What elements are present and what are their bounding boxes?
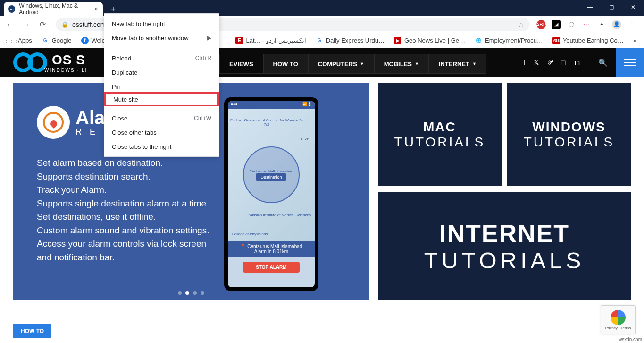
chevron-down-icon: ▼ [472, 61, 477, 66]
google-icon: G [316, 37, 323, 44]
slider-dots[interactable] [178, 291, 204, 295]
recaptcha-icon [611, 310, 626, 325]
url-text: osstuff.com [72, 21, 106, 28]
maximize-button[interactable]: ▢ [601, 0, 622, 14]
star-icon[interactable]: ☆ [518, 21, 524, 28]
titlebar: ∞ Windows, Linux, Mac & Android × + — ▢ … [0, 0, 644, 16]
phone-map: Federal Government College for Women F-7… [228, 109, 315, 241]
tab-favicon: ∞ [8, 5, 15, 13]
minimize-button[interactable]: — [579, 0, 601, 14]
search-button[interactable]: 🔍 [590, 48, 616, 77]
main-nav: EVIEWS HOW TO COMPUTERS▼ MOBILES▼ INTERN… [219, 54, 486, 74]
vss-icon: VSS [552, 37, 560, 44]
cm-pin[interactable]: Pin [104, 79, 219, 94]
nav-internet[interactable]: INTERNET▼ [429, 54, 486, 74]
globe-icon: 🌐 [475, 37, 482, 44]
toggle-icon [335, 152, 348, 157]
facebook-icon[interactable]: f [523, 59, 525, 67]
logo-sub: WINDOWS · LI [44, 68, 87, 73]
bookmark-daily-express[interactable]: GDaily Express Urdu… [312, 35, 388, 46]
logo-text: OS S [52, 52, 87, 68]
twitter-icon[interactable]: 𝕏 [534, 59, 539, 67]
cm-mute-site[interactable]: Mute site [104, 92, 219, 106]
google-icon: G [42, 37, 49, 44]
menu-separator [104, 48, 219, 48]
phone-location: 📍 Centaurus Mall IslamabadAlarm in 8.01k… [228, 241, 315, 257]
tile-mac[interactable]: MACTUTORIALS [378, 83, 502, 186]
watermark: wsxdn.com [619, 337, 642, 342]
browser-toolbar: ← → ⟳ 🔒 osstuff.com ☆ ABP ◢ ◯ 〰 ✦ 👤 ⋮ [0, 16, 644, 33]
ext-icon-3[interactable]: ◯ [567, 20, 576, 29]
tab-context-menu: New tab to the right Move tab to another… [104, 13, 219, 157]
close-window-button[interactable]: ✕ [622, 0, 644, 14]
menu-separator [104, 108, 219, 108]
howto-section-chip[interactable]: HOW TO [13, 324, 51, 338]
nav-reviews[interactable]: EVIEWS [219, 54, 263, 74]
radar-circle: Centaurus Mall Islamabad Destination [243, 146, 300, 203]
bookmark-overflow[interactable]: » [629, 35, 640, 46]
cm-new-tab-right[interactable]: New tab to the right [104, 17, 219, 31]
nav-mobiles[interactable]: MOBILES▼ [374, 54, 429, 74]
forward-button[interactable]: → [20, 18, 33, 31]
profile-avatar[interactable]: 👤 [612, 20, 621, 29]
linkedin-icon[interactable]: in [575, 59, 580, 67]
chevron-down-icon: ▼ [415, 61, 419, 66]
bookmark-geo[interactable]: ▶Geo News Live | Ge… [390, 35, 469, 46]
submenu-arrow-icon: ▶ [207, 34, 211, 41]
pinterest-icon[interactable]: 𝒫 [547, 59, 552, 67]
apps-icon: ⋮⋮⋮ [8, 37, 15, 44]
chevron-down-icon: ▼ [360, 61, 364, 66]
bookmark-employment[interactable]: 🌐Employment/Procu… [471, 35, 547, 46]
hero-body: Set alarm based on destination.Supports … [37, 156, 209, 264]
side-tiles: MACTUTORIALS WINDOWSTUTORIALS INTERNETTU… [378, 83, 631, 334]
browser-tab[interactable]: ∞ Windows, Linux, Mac & Android × [4, 2, 103, 16]
nav-howto[interactable]: HOW TO [263, 54, 308, 74]
ext-icon-2[interactable]: ◢ [552, 20, 561, 29]
destination-chip: Destination [256, 173, 286, 181]
bookmark-youtube[interactable]: VSSYoutube Earning Co… [549, 35, 627, 46]
chrome-menu-icon[interactable]: ⋮ [627, 20, 636, 29]
hamburger-menu[interactable] [616, 48, 644, 77]
extensions-puzzle-icon[interactable]: ✦ [597, 20, 606, 29]
bookmark-google[interactable]: GGoogle [38, 35, 75, 46]
social-links: f 𝕏 𝒫 ◻ in [523, 59, 590, 67]
geo-icon: ▶ [394, 37, 401, 44]
close-tab-icon[interactable]: × [94, 5, 98, 13]
tile-internet[interactable]: INTERNETTUTORIALS [378, 192, 631, 300]
site-header: OS S WINDOWS · LI EVIEWS HOW TO COMPUTER… [0, 48, 644, 77]
bookmarks-bar: ⋮⋮⋮Apps GGoogle fWelco… ELat… - ایکسپریس… [0, 33, 644, 48]
reload-button[interactable]: ⟳ [36, 18, 49, 31]
adblock-icon[interactable]: ABP [536, 20, 546, 29]
window-controls: — ▢ ✕ [579, 0, 644, 14]
tile-windows[interactable]: WINDOWSTUTORIALS [507, 83, 631, 186]
cm-move-tab[interactable]: Move tab to another window▶ [104, 31, 219, 45]
bookmark-apps[interactable]: ⋮⋮⋮Apps [4, 35, 36, 46]
phone-mockup-1: ●●●📶🔋 Federal Government College for Wom… [224, 97, 318, 291]
cm-reload[interactable]: ReloadCtrl+R [104, 51, 219, 65]
cm-close[interactable]: CloseCtrl+W [104, 111, 219, 125]
instagram-icon[interactable]: ◻ [560, 59, 566, 67]
back-button[interactable]: ← [4, 18, 17, 31]
cm-close-other[interactable]: Close other tabs [104, 125, 219, 139]
cm-duplicate[interactable]: Duplicate [104, 65, 219, 79]
nav-computers[interactable]: COMPUTERS▼ [308, 54, 374, 74]
recaptcha-badge[interactable]: Privacy · Terms [601, 305, 636, 334]
alarme-icon [37, 106, 70, 139]
page-content: Alarme R E V I E W Set alarm based on de… [0, 77, 644, 341]
bookmark-express[interactable]: ELat… - ایکسپریس اردو [232, 35, 309, 46]
tab-title: Windows, Linux, Mac & Android [19, 2, 90, 16]
lock-icon: 🔒 [61, 21, 68, 28]
cm-close-right[interactable]: Close tabs to the right [104, 139, 219, 154]
extension-icons: ABP ◢ ◯ 〰 ✦ 👤 ⋮ [536, 20, 640, 29]
express-icon: E [235, 37, 243, 44]
stop-alarm-button: STOP ALARM [243, 262, 300, 273]
facebook-icon: f [81, 37, 89, 44]
site-logo[interactable]: OS S WINDOWS · LI [13, 52, 87, 73]
header-right: f 𝕏 𝒫 ◻ in 🔍 [523, 48, 644, 77]
ext-icon-4[interactable]: 〰 [582, 20, 591, 29]
